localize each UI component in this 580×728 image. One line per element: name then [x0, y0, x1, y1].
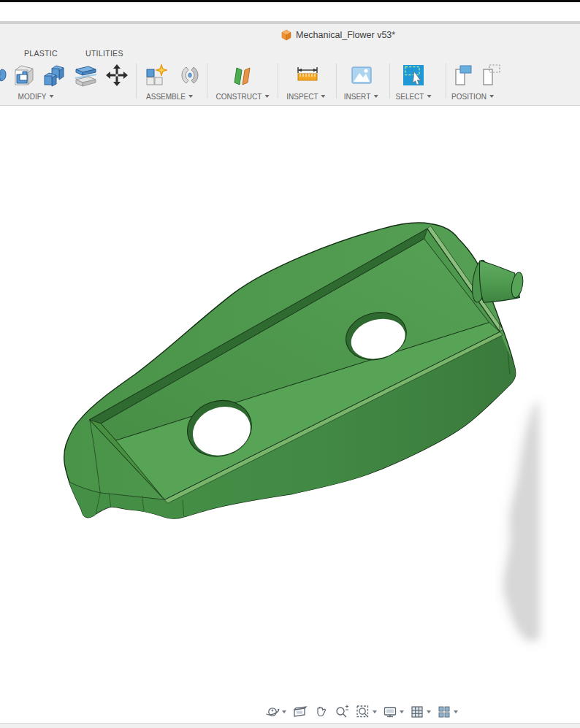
side-pin[interactable] [470, 259, 524, 303]
chevron-down-icon [373, 95, 378, 98]
group-separator [389, 64, 390, 99]
group-label-modify[interactable]: MODIFY [18, 91, 54, 101]
fusion360-window: Mechanical_Flower v53* PLASTIC UTILITIES [0, 0, 580, 728]
combine-icon[interactable] [41, 62, 67, 88]
view-nav-toolbar [262, 701, 460, 723]
capture-position-icon[interactable] [451, 62, 478, 88]
model-shadow [505, 401, 538, 639]
group-separator [278, 64, 278, 99]
group-separator [446, 64, 446, 99]
construction-plane-icon[interactable] [230, 62, 256, 88]
orbit-button[interactable] [264, 704, 286, 720]
display-settings-button[interactable] [382, 704, 404, 720]
select-icon[interactable] [400, 62, 427, 88]
fit-icon [355, 704, 371, 720]
fit-button[interactable] [355, 704, 377, 720]
group-label-assemble[interactable]: ASSEMBLE [146, 91, 193, 101]
new-component-icon[interactable] [143, 62, 169, 88]
orbit-icon [264, 704, 281, 720]
split-body-icon[interactable] [72, 62, 99, 88]
document-cube-icon [281, 29, 292, 41]
group-label-inspect[interactable]: INSPECT [286, 91, 325, 101]
joint-icon[interactable] [177, 62, 203, 88]
group-separator [136, 64, 137, 99]
grid-icon [409, 704, 425, 720]
display-settings-icon [382, 704, 398, 720]
group-label-select[interactable]: SELECT [396, 91, 432, 101]
measure-icon[interactable] [294, 62, 321, 88]
model-body[interactable] [64, 223, 525, 518]
group-label-position[interactable]: POSITION [451, 91, 494, 101]
chevron-down-icon [427, 95, 431, 98]
chevron-down-icon [321, 95, 326, 98]
chevron-down-icon [282, 710, 286, 713]
model-canvas [0, 106, 580, 728]
look-at-icon [291, 704, 308, 720]
chevron-down-icon [489, 95, 494, 98]
ribbon-tab-row: PLASTIC UTILITIES [0, 49, 580, 61]
zoom-button[interactable] [334, 704, 350, 720]
toolbar: MODIFY ASSEMBLE CONSTRUCT INSPECT INSERT… [0, 61, 580, 106]
chevron-down-icon [400, 710, 404, 713]
viewports-icon [436, 704, 452, 720]
tab-utilities[interactable]: UTILITIES [85, 49, 123, 58]
pan-button[interactable] [313, 704, 329, 720]
document-tab[interactable]: Mechanical_Flower v53* [281, 29, 395, 41]
viewports-button[interactable] [436, 704, 458, 720]
clipped-tool-icon[interactable] [0, 62, 7, 88]
revert-position-icon[interactable] [479, 62, 505, 88]
look-at-button[interactable] [291, 704, 308, 720]
move-icon[interactable] [104, 62, 130, 88]
chevron-down-icon [49, 95, 53, 98]
tab-plastic[interactable]: PLASTIC [24, 49, 58, 58]
document-title: Mechanical_Flower v53* [296, 30, 395, 40]
top-black-bar [0, 0, 580, 2]
group-label-insert[interactable]: INSERT [344, 91, 378, 101]
model-viewport[interactable] [0, 106, 580, 728]
chevron-down-icon [188, 95, 193, 98]
bottom-strip [0, 723, 580, 728]
insert-image-icon[interactable] [348, 62, 375, 88]
ribbon-header: Mechanical_Flower v53* PLASTIC UTILITIES [0, 24, 580, 106]
pan-icon [313, 704, 329, 720]
chevron-down-icon [454, 710, 458, 713]
chevron-down-icon [264, 95, 269, 98]
shell-icon[interactable] [10, 62, 37, 88]
group-separator [336, 64, 337, 99]
group-label-construct[interactable]: CONSTRUCT [216, 91, 270, 101]
chevron-down-icon [373, 710, 377, 713]
group-separator [207, 64, 207, 99]
chevron-down-icon [427, 710, 431, 713]
grid-snaps-button[interactable] [409, 704, 431, 720]
zoom-icon [334, 704, 350, 720]
